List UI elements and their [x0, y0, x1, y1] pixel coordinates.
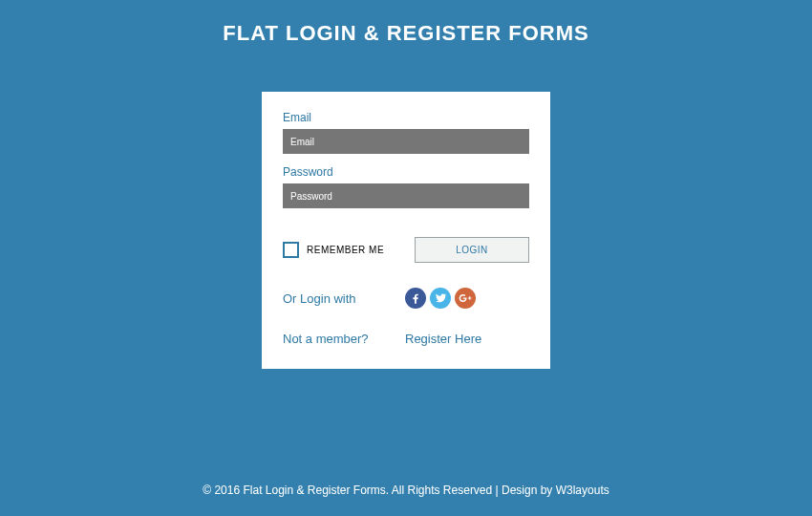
remember-row: REMEMBER ME LOGIN — [283, 237, 529, 263]
social-row: Or Login with — [283, 288, 529, 309]
password-label: Password — [283, 165, 529, 179]
social-login-label: Or Login with — [283, 291, 405, 306]
not-a-member-label: Not a member? — [283, 332, 405, 346]
email-input[interactable] — [283, 129, 529, 154]
footer-copy: © 2016 Flat Login & Register Forms. All … — [203, 484, 555, 497]
password-input[interactable] — [283, 183, 529, 208]
twitter-icon[interactable] — [430, 288, 451, 309]
remember-checkbox[interactable] — [283, 242, 299, 258]
w3layouts-link[interactable]: W3layouts — [556, 484, 609, 497]
login-form-card: Email Password REMEMBER ME LOGIN Or Logi… — [262, 92, 550, 369]
register-here-link[interactable]: Register Here — [405, 332, 481, 346]
register-row: Not a member? Register Here — [283, 332, 529, 346]
page-title: FLAT LOGIN & REGISTER FORMS — [223, 21, 588, 46]
email-label: Email — [283, 111, 529, 124]
social-icons — [405, 288, 476, 309]
footer: © 2016 Flat Login & Register Forms. All … — [0, 484, 812, 497]
remember-label: REMEMBER ME — [307, 245, 415, 255]
googleplus-icon[interactable] — [455, 288, 476, 309]
facebook-icon[interactable] — [405, 288, 426, 309]
login-button[interactable]: LOGIN — [415, 237, 529, 263]
